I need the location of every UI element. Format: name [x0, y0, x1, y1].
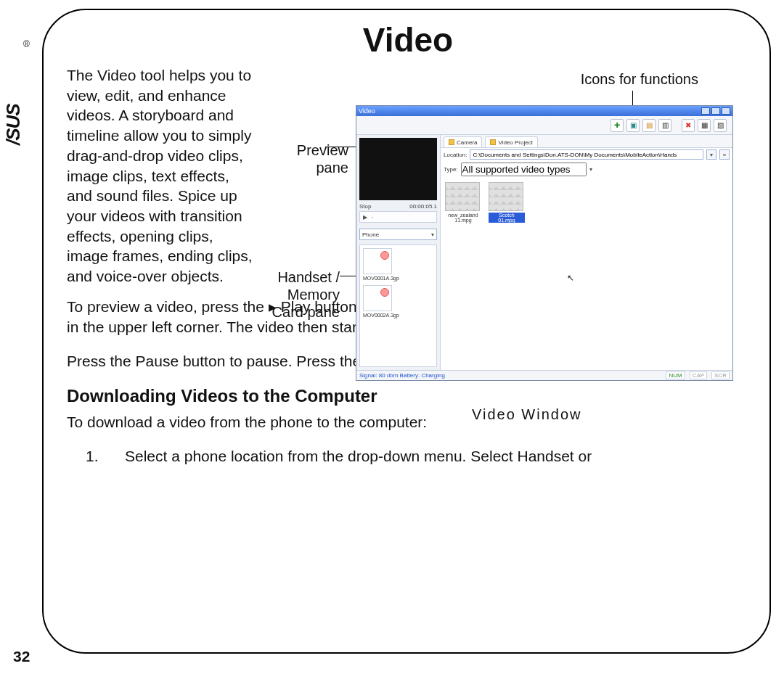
tab-label: Camera	[457, 139, 477, 146]
page-title: Video	[67, 20, 749, 59]
device-file[interactable]: MOV0002A.3gp	[363, 285, 393, 318]
video-thumbnail[interactable]: Scotch 01.mpg	[489, 182, 525, 223]
thumbnail-name: Scotch 01.mpg	[489, 213, 525, 223]
device-select[interactable]: Phone	[359, 229, 437, 240]
device-file[interactable]: MOV0001A.3gp	[363, 248, 393, 281]
player-controls[interactable]: ▶ ·	[359, 211, 437, 223]
video-thumbnail[interactable]: new_zealand 11.mpg	[445, 182, 481, 223]
tab-video-project[interactable]: Video Project	[485, 136, 537, 147]
figure-caption: Video Window	[472, 406, 581, 423]
toolbar-icon[interactable]: ▤	[642, 119, 656, 132]
status-bar: Signal: 80 dbm Battery: Charging NUM CAP…	[356, 370, 732, 380]
clock-icon	[380, 288, 389, 297]
thumbnail-image	[445, 182, 480, 211]
step-text: Select a phone location from the drop-do…	[125, 446, 592, 467]
page-number: 32	[13, 648, 30, 665]
toolbar-icon[interactable]: ▧	[714, 119, 727, 132]
location-label: Location:	[444, 152, 467, 158]
minimize-button[interactable]	[701, 107, 710, 115]
toolbar: ✚ ▣ ▤ ▥ ✖ ▦ ▧	[356, 116, 732, 135]
type-select[interactable]	[461, 163, 587, 176]
maximize-button[interactable]	[711, 107, 720, 115]
preview-time: 00:00:05.1	[409, 203, 437, 210]
brand-logo: ® /SUS	[9, 44, 29, 145]
thumbnail-name: new_zealand 11.mpg	[445, 213, 481, 223]
toolbar-icon[interactable]: ▦	[698, 119, 711, 132]
download-intro: To download a video from the phone to th…	[67, 412, 749, 432]
step-number: 1.	[67, 446, 125, 467]
device-file-name: MOV0002A.3gp	[363, 313, 393, 318]
step-1: 1. Select a phone location from the drop…	[67, 446, 749, 467]
device-files-pane: MOV0001A.3gp MOV0002A.3gp	[359, 244, 437, 367]
chevron-down-icon	[431, 231, 434, 238]
location-dropdown-icon[interactable]	[706, 149, 716, 160]
preview-and-device-pane: Stop 00:00:05.1 ▶ · Phone	[356, 135, 441, 370]
thumbnail-image	[489, 182, 523, 211]
status-cap: CAP	[690, 371, 707, 379]
next-icon[interactable]: ·	[372, 214, 373, 221]
tab-label: Video Project	[498, 139, 532, 146]
window-titlebar: Video	[356, 106, 732, 116]
preview-pane	[359, 138, 437, 200]
status-scr: SCR	[711, 371, 730, 379]
cursor-icon: ↖	[567, 273, 574, 283]
device-selected: Phone	[362, 231, 379, 238]
play-icon[interactable]: ▶	[363, 214, 367, 221]
tab-camera[interactable]: Camera	[444, 136, 482, 147]
intro-paragraph: The Video tool helps you to view, edit, …	[67, 65, 256, 287]
toolbar-icon[interactable]: ✚	[611, 119, 624, 132]
callout-line	[325, 147, 357, 147]
toolbar-icon[interactable]: ▣	[626, 119, 640, 132]
device-file-name: MOV0001A.3gp	[363, 276, 393, 281]
preview-state: Stop	[359, 203, 371, 210]
browser-pane: Camera Video Project Location: »	[441, 135, 732, 370]
callout-icons-label: Icons for functions	[581, 71, 698, 88]
video-app-window: Video ✚ ▣ ▤ ▥ ✖ ▦ ▧	[356, 105, 733, 381]
type-dropdown-icon[interactable]	[589, 166, 592, 173]
location-field[interactable]	[470, 149, 703, 160]
clock-icon	[380, 251, 389, 260]
toolbar-delete-icon[interactable]: ✖	[682, 119, 695, 132]
folder-icon	[449, 139, 454, 145]
close-button[interactable]	[722, 107, 730, 115]
type-label: Type:	[444, 166, 458, 173]
status-signal: Signal: 80 dbm Battery: Charging	[359, 372, 445, 379]
thumbnail-area: new_zealand 11.mpg Scotch 01.mpg	[441, 178, 732, 370]
location-go-icon[interactable]: »	[719, 149, 730, 160]
status-num: NUM	[666, 371, 685, 379]
window-title: Video	[359, 107, 375, 115]
folder-icon	[490, 139, 496, 145]
toolbar-icon[interactable]: ▥	[658, 119, 671, 132]
section-heading: Downloading Videos to the Computer	[67, 385, 749, 408]
callout-handset-label: Handset / Memory Card pane	[254, 268, 340, 321]
